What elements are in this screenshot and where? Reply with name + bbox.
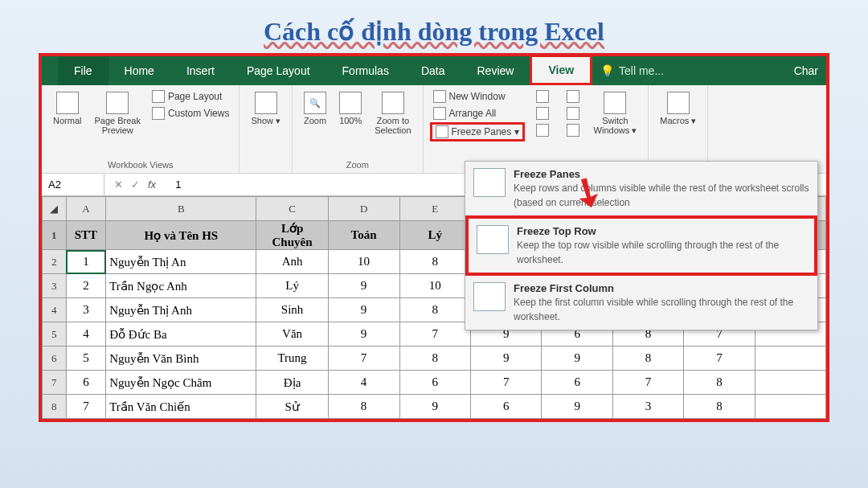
tell-me-input[interactable]: 💡 Tell me... [600,64,664,77]
col-header[interactable]: C [256,197,328,221]
page-break-preview-button[interactable]: Page Break Preview [89,88,145,138]
freeze-panes-button[interactable]: Freeze Panes ▾ [430,122,525,141]
cell[interactable]: Sinh [256,298,328,322]
name-box[interactable]: A2 [42,174,104,195]
cell[interactable]: 8 [328,395,399,419]
cell[interactable] [755,395,825,419]
page-layout-button[interactable]: Page Layout [149,88,232,105]
window-icon-5[interactable] [563,105,586,121]
cell[interactable]: Lý [256,274,328,298]
cell[interactable]: 7 [399,322,471,347]
tab-formulas[interactable]: Formulas [326,56,405,85]
cell[interactable]: 3 [66,298,106,322]
arrange-all-button[interactable]: Arrange All [430,105,525,121]
cell[interactable]: Văn [256,322,328,347]
row-header[interactable]: 7 [43,371,67,395]
cell[interactable]: 7 [66,395,106,419]
row-header[interactable]: 6 [43,347,67,371]
cell[interactable]: 9 [328,298,399,322]
tab-home[interactable]: Home [108,56,170,85]
normal-button[interactable]: Normal [48,88,86,138]
window-icon-2[interactable] [533,105,555,121]
freeze-top-row-option[interactable]: Freeze Top RowKeep the top row visible w… [465,215,817,276]
tab-insert[interactable]: Insert [170,56,231,85]
cell[interactable]: 4 [328,371,399,395]
cell[interactable]: 9 [328,274,399,298]
cell[interactable]: 5 [66,347,106,371]
cell[interactable]: Nguyễn Ngọc Châm [106,371,256,395]
cell[interactable]: 8 [399,298,471,322]
switch-windows-button[interactable]: Switch Windows ▾ [589,88,642,141]
new-window-button[interactable]: New Window [430,88,525,105]
cell[interactable]: Trần Văn Chiến [106,395,256,419]
cell[interactable]: 8 [612,347,683,371]
cell[interactable]: 8 [684,395,755,419]
window-icon-6[interactable] [563,122,586,138]
tab-data[interactable]: Data [405,56,461,85]
show-button[interactable]: Show ▾ [246,88,285,129]
cell[interactable]: 9 [471,347,542,371]
cell[interactable]: Trung [256,347,328,371]
custom-views-button[interactable]: Custom Views [149,105,232,121]
cell[interactable]: 4 [66,322,106,347]
header-cell[interactable]: Họ và Tên HS [106,221,256,250]
cell[interactable]: 7 [612,371,683,395]
window-icon-3[interactable] [533,122,555,138]
zoom-100-button[interactable]: 100% [334,88,366,138]
cell[interactable]: 10 [399,274,471,298]
cell[interactable] [755,347,825,371]
col-header[interactable]: D [328,197,399,221]
window-icon-4[interactable] [563,88,586,105]
cell[interactable]: Trần Ngọc Anh [106,274,256,298]
freeze-first-column-option[interactable]: Freeze First ColumnKeep the first column… [465,276,817,330]
zoom-button[interactable]: 🔍Zoom [299,88,331,138]
header-cell[interactable]: Lớp Chuyên [256,221,328,250]
cell[interactable]: Nguyễn Thị An [106,250,256,274]
enter-icon[interactable]: ✓ [131,178,140,191]
cell[interactable]: 7 [684,347,755,371]
cell[interactable]: 7 [471,371,542,395]
cell[interactable]: Nguyễn Thị Anh [106,298,256,322]
cell[interactable]: 6 [471,395,542,419]
cell[interactable]: 8 [399,347,471,371]
cell[interactable]: 6 [399,371,471,395]
cell[interactable] [755,371,825,395]
cell[interactable]: 6 [542,371,613,395]
zoom-selection-button[interactable]: Zoom to Selection [370,88,416,138]
row-header[interactable]: 2 [43,250,67,274]
row-header[interactable]: 4 [43,298,67,322]
cell[interactable]: 6 [66,371,106,395]
cell[interactable]: Sử [256,395,328,419]
col-header[interactable]: E [399,197,471,221]
window-icon-1[interactable] [533,88,555,105]
tab-view[interactable]: View [530,55,592,85]
formula-value[interactable]: 1 [166,178,181,191]
select-all-corner[interactable]: ◢ [43,197,67,221]
tab-review[interactable]: Review [461,56,530,85]
cell[interactable]: 9 [542,395,613,419]
cell[interactable]: 8 [399,250,471,274]
header-cell[interactable]: STT [66,221,106,250]
cell[interactable]: Đỗ Đức Ba [106,322,256,347]
row-header[interactable]: 8 [43,395,67,419]
cell[interactable]: 8 [684,371,755,395]
tab-file[interactable]: File [58,56,108,85]
fx-icon[interactable]: fx [148,178,156,191]
cell[interactable]: 9 [328,322,399,347]
macros-button[interactable]: Macros ▾ [655,88,701,129]
cell[interactable]: Anh [256,250,328,274]
cell[interactable]: 2 [66,274,106,298]
col-header[interactable]: B [106,197,256,221]
cancel-icon[interactable]: ✕ [114,178,123,191]
cell[interactable]: 3 [612,395,683,419]
header-cell[interactable]: Lý [399,221,471,250]
tab-page-layout[interactable]: Page Layout [231,56,326,85]
cell[interactable]: Địa [256,371,328,395]
cell[interactable]: Nguyễn Văn Bình [106,347,256,371]
col-header[interactable]: A [66,197,106,221]
cell[interactable]: 1 [66,250,106,274]
cell[interactable]: 10 [328,250,399,274]
header-cell[interactable]: Toán [328,221,399,250]
freeze-panes-option[interactable]: Freeze PanesKeep rows and columns visibl… [465,162,817,215]
cell[interactable]: 9 [542,347,613,371]
